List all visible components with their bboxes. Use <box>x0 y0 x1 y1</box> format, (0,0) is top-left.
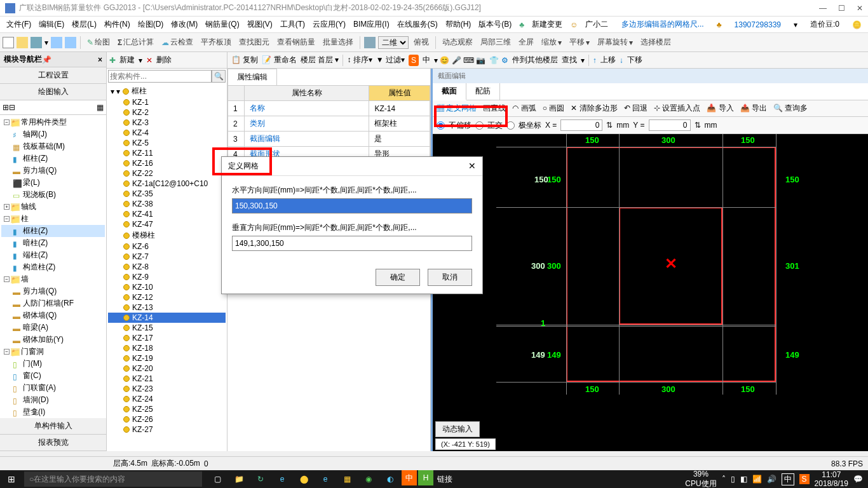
member-item[interactable]: KZ-26 <box>108 414 226 424</box>
batch-button[interactable]: 批量选择 <box>320 36 356 49</box>
member-item[interactable]: KZ-4 <box>108 128 226 138</box>
app-icon-7[interactable]: H <box>418 470 433 485</box>
tray-up-icon[interactable]: ˄ <box>722 475 726 484</box>
dyn-button[interactable]: 动态观察 <box>440 36 475 49</box>
member-item[interactable]: KZ-3 <box>108 118 226 128</box>
member-item[interactable]: KZ-17 <box>108 333 226 343</box>
app-icon-1[interactable]: ↻ <box>250 470 271 488</box>
menu-draw[interactable]: 绘图(D) <box>134 17 168 32</box>
ime-badge[interactable]: 中 <box>782 473 794 485</box>
find-btn[interactable]: 查找 <box>562 55 577 65</box>
phone[interactable]: 13907298339 <box>731 18 785 31</box>
tab-section[interactable]: 截面 <box>433 83 466 100</box>
wifi-icon[interactable]: 📶 <box>752 475 762 484</box>
undo-button[interactable]: ↶ 回退 <box>624 103 648 114</box>
taskbar-search[interactable]: ○ 在这里输入你要搜索的内容 <box>24 471 202 487</box>
member-item[interactable]: KZ-18 <box>108 343 226 353</box>
down-btn[interactable]: 下移 <box>627 55 642 65</box>
arc-button[interactable]: ◠ 画弧 <box>512 103 536 114</box>
rotate-button[interactable]: 屏幕旋转▾ <box>595 36 635 49</box>
app-icon-2[interactable]: ⬤ <box>294 470 314 488</box>
member-item[interactable]: KZ-23 <box>108 384 226 394</box>
volume-icon[interactable]: 🔊 <box>767 475 776 484</box>
clear-button[interactable]: ✕ 清除多边形 <box>571 103 617 114</box>
new-icon[interactable] <box>3 37 14 48</box>
radio-none[interactable] <box>437 121 445 130</box>
member-item[interactable]: KZ-5 <box>108 138 226 148</box>
circle-button[interactable]: ○ 画圆 <box>543 103 565 114</box>
fullscreen-button[interactable]: 全屏 <box>516 36 536 49</box>
pan-button[interactable]: 平移▾ <box>567 36 592 49</box>
help-link[interactable]: 多边形编辑器的网格尺... <box>618 17 708 32</box>
close-panel-icon[interactable]: × <box>98 55 102 64</box>
member-item[interactable]: KZ-12 <box>108 292 226 302</box>
vert-input[interactable] <box>232 236 472 251</box>
sel-floor-button[interactable]: 选择楼层 <box>638 36 674 49</box>
canvas[interactable]: 150 300 150 150 300 150 150 150 300 300 … <box>433 134 868 451</box>
del-member[interactable]: 删除 <box>156 55 172 65</box>
up-btn[interactable]: 上移 <box>600 55 616 65</box>
find-button[interactable]: 查找图元 <box>236 36 272 49</box>
member-item[interactable]: KZ-22 <box>108 168 226 179</box>
menu-online[interactable]: 在线服务(S) <box>393 17 442 32</box>
search-icon[interactable]: 🔍 <box>212 70 226 83</box>
member-item[interactable]: KZ-8 <box>108 262 226 272</box>
cloud-button[interactable]: ☁云检查 <box>159 36 196 49</box>
menu-tool[interactable]: 工具(T) <box>276 17 309 32</box>
edge-icon[interactable]: e <box>272 470 292 488</box>
menu-edit[interactable]: 编辑(E) <box>35 17 68 32</box>
member-item[interactable]: KZ-11 <box>108 148 226 158</box>
undo-icon[interactable] <box>51 37 62 48</box>
top-button[interactable]: 俯视 <box>411 36 431 49</box>
section-draw[interactable]: 绘图输入 <box>0 84 106 100</box>
member-item[interactable]: KZ-14 <box>108 313 226 323</box>
member-item[interactable]: KZ-9 <box>108 272 226 282</box>
member-item[interactable]: KZ-20 <box>108 363 226 374</box>
menu-bim[interactable]: BIM应用(I) <box>349 17 393 32</box>
search-input[interactable] <box>108 70 212 83</box>
filter-btn[interactable]: ▼ 过滤▾ <box>376 55 405 65</box>
start-button[interactable]: ⊞ <box>0 470 23 488</box>
y-input[interactable] <box>649 119 691 131</box>
section-report[interactable]: 报表预览 <box>0 435 106 451</box>
menu-file[interactable]: 文件(F) <box>3 17 35 32</box>
dim-select[interactable]: 二维 <box>378 36 409 49</box>
menu-modify[interactable]: 修改(M) <box>167 17 201 32</box>
member-item[interactable]: KZ-27 <box>108 424 226 435</box>
radio-ortho[interactable] <box>475 121 484 130</box>
member-item[interactable]: KZ-15 <box>108 323 226 333</box>
flat-button[interactable]: 平齐板顶 <box>198 36 234 49</box>
member-item[interactable]: KZ-47 <box>108 219 226 229</box>
view3d-icon[interactable] <box>364 37 376 48</box>
line-button[interactable]: 画直线 <box>483 103 506 114</box>
menu-view[interactable]: 视图(V) <box>243 17 276 32</box>
section-single[interactable]: 单构件输入 <box>0 418 106 435</box>
redo-icon[interactable] <box>65 37 76 48</box>
member-tree[interactable]: ▾ ▾框柱 KZ-1KZ-2KZ-3KZ-4KZ-5KZ-11KZ-16KZ-2… <box>107 84 227 451</box>
member-item[interactable]: KZ-41 <box>108 209 226 219</box>
app-icon-4[interactable]: ◉ <box>358 470 379 488</box>
member-item[interactable]: KZ-19 <box>108 353 226 363</box>
user-name[interactable]: 广小二 <box>581 17 612 32</box>
member-item[interactable]: KZ-38 <box>108 199 226 209</box>
sum-button[interactable]: Σ汇总计算 <box>115 36 156 49</box>
menu-rebar[interactable]: 钢筋量(Q) <box>201 17 243 32</box>
export-button[interactable]: 📤 导出 <box>740 103 767 114</box>
ie-icon[interactable]: e <box>315 470 336 488</box>
menu-member[interactable]: 构件(N) <box>100 17 134 32</box>
member-item[interactable]: KZ-13 <box>108 302 226 313</box>
import-button[interactable]: 📥 导入 <box>707 103 733 114</box>
define-grid-button[interactable]: ▦ 定义网格 <box>437 103 477 114</box>
local3d-button[interactable]: 局部三维 <box>478 36 513 49</box>
member-item[interactable]: 楼梯柱 <box>108 229 226 241</box>
cancel-button[interactable]: 取消 <box>428 269 472 286</box>
copy-to-btn[interactable]: 件到其他楼层 <box>512 55 558 65</box>
app-icon-3[interactable]: ▦ <box>337 470 357 488</box>
task-view-icon[interactable]: ▢ <box>207 470 227 488</box>
tray-icon-2[interactable]: ◧ <box>740 475 747 484</box>
menu-cloud[interactable]: 云应用(Y) <box>309 17 349 32</box>
zoom-button[interactable]: 缩放▾ <box>539 36 564 49</box>
explorer-icon[interactable]: 📁 <box>229 470 249 488</box>
ch-btn[interactable]: 中 <box>423 55 430 65</box>
query-button[interactable]: 🔍 查询多 <box>773 103 808 114</box>
